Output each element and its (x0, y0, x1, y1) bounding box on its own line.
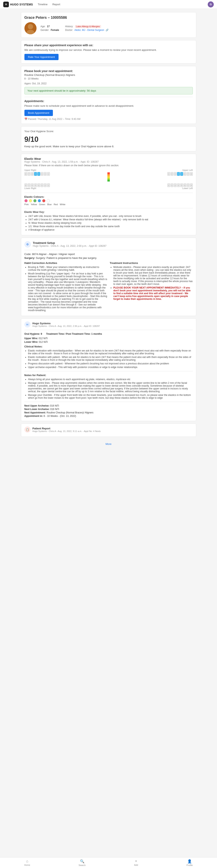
logo-icon: H (3, 2, 9, 7)
tooth-lr4: 4 (37, 183, 40, 187)
patient-report-card: 📋 Patient Report Hugo Systems - Chris A … (21, 424, 196, 437)
treatment-icon: ⚙ (24, 241, 31, 248)
doctor-link-icon[interactable]: 🔗 (105, 29, 108, 31)
rate-appointment-button[interactable]: Rate Your Appointment (24, 54, 59, 60)
tooth-ur5: 5 (34, 172, 37, 176)
tooth-ur8: 8 (24, 172, 27, 176)
nav-link-timeline[interactable]: Timeline (38, 2, 48, 7)
lower-right-label: Lower Right (24, 187, 104, 189)
patient-name: Grace Peters – 10005586 (24, 16, 193, 20)
tooth-lr2: 2 (44, 183, 46, 187)
colour-blue (38, 199, 41, 203)
svg-point-1 (26, 30, 34, 34)
colour-white (46, 199, 50, 203)
treatment-time-label: Treatment Time / Post Treatment Time: 1 … (46, 333, 102, 335)
tooth-ul5: 5 (180, 172, 183, 176)
tooth-ul3: 3 (174, 172, 177, 176)
treatment-instr-1: PLEASE BOOK YOUR NEXT APPOINTMENT IMMEDI… (114, 286, 193, 301)
next-appt-value: Routine Checkup (Normal Braces)/ Aligner… (46, 411, 93, 414)
colour-labels: Pink Yellow Green Blue Red White (24, 203, 193, 206)
treatment-code: Code: 8674 Aligner - Aligner / Aligner r… (24, 253, 193, 256)
history-label: History: (65, 25, 73, 28)
appt-section-title: Appointments: (24, 99, 193, 103)
patient-details: Age: 17 Gender: Female History: Latex Al… (40, 25, 109, 31)
tooth-ur3: 3 (40, 172, 43, 176)
book-card-weeks: 8 - 10 Weeks (24, 77, 193, 80)
colour-yellow (29, 199, 32, 203)
clinical-notes-title: Clinical Notes: (24, 345, 193, 348)
colour-red (42, 199, 45, 203)
colour-label-white: White (60, 203, 65, 206)
user-avatar[interactable]: G (208, 1, 214, 7)
tooth-ll6: 6 (184, 183, 186, 187)
tooth-lr8: 8 (24, 183, 27, 187)
tooth-ll3: 3 (174, 183, 177, 187)
tooth-ll8: 8 (190, 183, 193, 187)
oral-hygiene-label: Oral Hygiene: 9 (24, 333, 42, 335)
age-label: Age: (40, 25, 45, 28)
habit-correction-col: Habit Correction Activities Bruxing & TM… (24, 261, 107, 313)
nav-link-report[interactable]: Report (52, 2, 60, 7)
colour-green (33, 199, 36, 203)
next-appt-label: Next Appointment: (24, 411, 46, 414)
colour-dots (24, 199, 193, 203)
treatment-surgery: Surgery: Surgery: Patient is prepared to… (24, 256, 193, 259)
lower-wire-label: Lower Wire: (24, 341, 38, 343)
doctor-value[interactable]: Akdor, MJ - Dental Surgeon (74, 29, 104, 31)
elastic-wear-meta: Hugo Systems - Chris A - Aug. 13, 2022, … (24, 160, 99, 163)
rate-card-title: Please share your appointment experience… (24, 43, 193, 47)
lower-right-quadrant: 8 7 6 5 4 3 2 1 Lower Right (24, 183, 104, 190)
tooth-ll1: 1 (167, 183, 170, 187)
tooth-ul8: 8 (190, 172, 193, 176)
book-card-appt-type: Routine Checkup (Normal Braces)/ Aligner… (24, 73, 193, 76)
book-appointment-button[interactable]: Book Appointment (24, 110, 53, 116)
elastic-key-title: Elastic Wear Key: (24, 211, 193, 214)
hs-title: Hugo Systems (32, 322, 100, 325)
hygiene-score: 9/10 (24, 135, 193, 144)
book-card-date: Apprx: Oct, 19, 2022 (24, 82, 193, 85)
tooth-lr3: 3 (40, 183, 43, 187)
hygiene-title: Your Oral Hygiene Score: (24, 130, 193, 133)
hs-icon: H (24, 321, 30, 328)
hs-meta: Hugo Systems - Chris A - Aug. 13, 2022, … (32, 325, 100, 327)
elastic-key: Elastic Wear Key: 24/7 with U&L braces: … (24, 211, 193, 231)
treatment-instr-0: Motivate elastics - Please wear your ela… (114, 266, 193, 285)
logo-text: HUGO SYSTEMS (10, 3, 33, 6)
treatment-title: Treatment Setup (33, 241, 106, 245)
clinical-note-1: Elastic motivation with patient - When w… (28, 356, 193, 361)
elastic-key-item-0: 24/7 with U&L braces: Wear these elastic… (28, 215, 193, 217)
more-button-row: More (21, 439, 196, 449)
tooth-ll5: 5 (180, 183, 183, 187)
patient-note-1: Manage centre lines - Please stop asymme… (28, 381, 193, 393)
elastic-key-item-2: N: Wear those elastics during sleeping h… (28, 221, 193, 224)
colour-pink (24, 199, 28, 203)
tooth-ul7: 7 (187, 172, 190, 176)
doctor-label: Doctor: (65, 29, 73, 31)
book-card-title: Please book your next appointment: (24, 69, 193, 73)
treatment-two-col: Habit Correction Activities Bruxing & TM… (24, 261, 193, 313)
appt-in-label: Appointment in: (24, 415, 43, 417)
tooth-ll4: 4 (177, 183, 180, 187)
habit-title: Habit Correction Activities (24, 261, 107, 265)
patient-note-0: Always bring all your appliances to each… (28, 378, 193, 381)
hugo-systems-notes-card: H Hugo Systems Hugo Systems - Chris A - … (21, 318, 196, 421)
rate-appointment-card: Please share your appointment experience… (21, 40, 196, 64)
clinical-note-0: Elastic motivation with mom/dad/guardian… (28, 349, 193, 355)
tooth-ll7: 7 (187, 183, 190, 187)
elastic-wear-card: Elastic Wear Hugo Systems - Chris A - Au… (21, 154, 196, 235)
book-appointment-card: Please book your next appointment: Routi… (21, 66, 196, 124)
tooth-ur4: 4 (37, 172, 40, 176)
passed-label: 📅 Passed: Thursday, 11 Aug 2022 – Time: … (24, 118, 193, 120)
elastic-colours-title: Elastic Colours: (24, 195, 193, 198)
more-button[interactable]: More (105, 442, 112, 445)
top-navigation: H HUGO SYSTEMS Timeline Report G (0, 0, 217, 9)
nav-logo: H HUGO SYSTEMS (3, 2, 33, 7)
lower-left-quadrant: 1 2 3 4 5 6 7 8 Lower Left (113, 183, 193, 190)
lower-teeth-diagram: 8 7 6 5 4 3 2 1 Lower Right 1 2 3 4 (24, 183, 193, 190)
svg-point-0 (28, 24, 33, 29)
patient-report-icon: 📋 (24, 427, 30, 433)
upper-left-label: Upper Left (112, 169, 193, 171)
patient-note-2: Manage your Overbite - If the upper fron… (28, 394, 193, 399)
colour-label-blue: Blue (47, 203, 52, 206)
habit-item-0: Bruxing & TMD - Wear your retainers inte… (28, 266, 107, 271)
